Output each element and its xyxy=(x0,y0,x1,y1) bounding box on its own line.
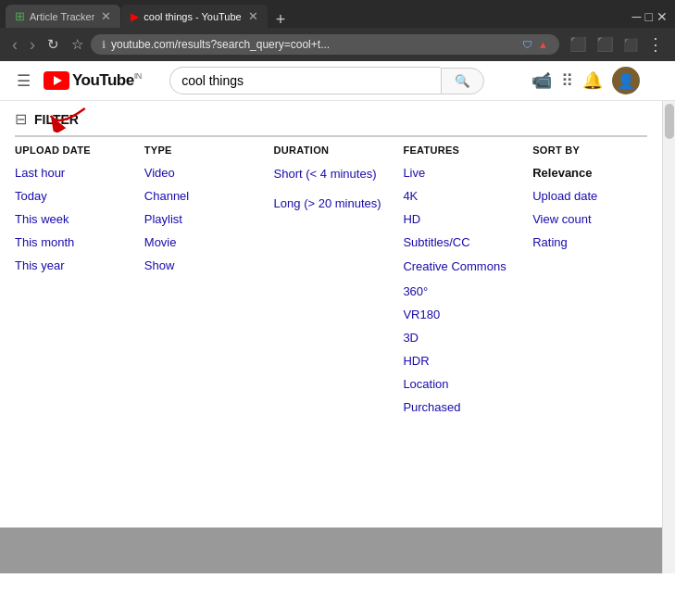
filter-item-relevance[interactable]: Relevance xyxy=(532,161,647,184)
youtube-logo[interactable]: YouTubeIN xyxy=(44,71,142,90)
scrollbar-thumb[interactable] xyxy=(665,104,674,139)
upload-date-header: UPLOAD DATE xyxy=(15,137,130,161)
pdf-button[interactable]: ⬛ xyxy=(619,36,642,54)
extension-icon: ▲ xyxy=(538,39,548,50)
bottom-strip xyxy=(0,527,662,573)
new-tab-button[interactable]: + xyxy=(269,11,294,28)
bookmark-button[interactable]: ☆ xyxy=(67,34,88,55)
filter-item-4k[interactable]: 4K xyxy=(403,184,518,207)
main-content: ⊟ FILTER UPLOAD DATE Last hour Today Thi… xyxy=(0,101,662,573)
filter-col-upload-date: UPLOAD DATE Last hour Today This week Th… xyxy=(15,135,137,419)
filter-item-live[interactable]: Live xyxy=(403,161,518,184)
filter-header: ⊟ FILTER xyxy=(0,101,662,135)
close-button[interactable]: ✕ xyxy=(656,9,668,24)
avatar[interactable]: 👤 xyxy=(612,67,640,94)
filter-item-view-count[interactable]: View count xyxy=(532,207,647,231)
filter-item-360[interactable]: 360° xyxy=(403,280,518,303)
filter-item-channel[interactable]: Channel xyxy=(144,184,259,207)
play-triangle xyxy=(54,76,62,85)
filter-item-video[interactable]: Video xyxy=(144,161,259,184)
search-button[interactable]: 🔍 xyxy=(441,68,484,94)
tab-bar: ⊞ Article Tracker ✕ ▶ cool things - YouT… xyxy=(0,0,675,28)
youtube-tab-label: cool things - YouTube xyxy=(144,11,241,22)
duration-header: DURATION xyxy=(274,137,389,161)
avatar-image: 👤 xyxy=(617,72,635,90)
features-header: FEATURES xyxy=(403,137,518,161)
address-text: youtube.com/results?search_query=cool+t.… xyxy=(111,38,517,51)
header-actions: 📹 ⠿ 🔔 👤 xyxy=(531,67,640,94)
filter-item-rating[interactable]: Rating xyxy=(532,231,647,254)
filter-col-duration: DURATION Short (< 4 minutes) Long (> 20 … xyxy=(267,135,396,419)
back-button[interactable]: ‹ xyxy=(7,33,22,57)
filter-item-this-month[interactable]: This month xyxy=(15,231,130,254)
lock-icon: ℹ xyxy=(102,39,106,51)
filter-item-movie[interactable]: Movie xyxy=(144,231,259,254)
tab-youtube[interactable]: ▶ cool things - YouTube ✕ xyxy=(121,5,267,28)
filter-col-sort-by: SORT BY Relevance Upload date View count… xyxy=(525,135,647,419)
maximize-button[interactable]: □ xyxy=(645,9,653,24)
nav-right-actions: ⬛ ⬛ ⬛ ⋮ xyxy=(566,32,668,57)
search-input[interactable] xyxy=(169,67,441,94)
filter-col-type: TYPE Video Channel Playlist Movie Show xyxy=(137,135,267,419)
filter-item-purchased[interactable]: Purchased xyxy=(403,396,518,419)
filter-item-vr180[interactable]: VR180 xyxy=(403,303,518,326)
sort-by-header: SORT BY xyxy=(532,137,647,161)
minimize-button[interactable]: ─ xyxy=(632,9,642,24)
type-header: TYPE xyxy=(144,137,259,161)
filter-item-location[interactable]: Location xyxy=(403,372,518,396)
filter-item-hd[interactable]: HD xyxy=(403,207,518,231)
apps-icon[interactable]: ⠿ xyxy=(561,70,573,91)
bell-icon[interactable]: 🔔 xyxy=(582,70,603,91)
filter-item-long[interactable]: Long (> 20 minutes) xyxy=(274,191,389,217)
youtube-logo-icon xyxy=(44,71,69,90)
filter-item-last-hour[interactable]: Last hour xyxy=(15,161,130,184)
filter-item-3d[interactable]: 3D xyxy=(403,326,518,349)
scrollbar[interactable] xyxy=(662,101,675,573)
filter-item-today[interactable]: Today xyxy=(15,184,130,207)
filter-sliders-icon: ⊟ xyxy=(15,110,27,128)
filter-columns: UPLOAD DATE Last hour Today This week Th… xyxy=(0,135,662,419)
shield-icon: 🛡 xyxy=(522,39,532,50)
youtube-page: ☰ YouTubeIN 🔍 📹 ⠿ 🔔 👤 xyxy=(0,61,675,573)
filter-item-hdr[interactable]: HDR xyxy=(403,349,518,372)
filter-item-creative-commons[interactable]: Creative Commons xyxy=(403,254,518,280)
browser-window: ⊞ Article Tracker ✕ ▶ cool things - YouT… xyxy=(0,0,675,61)
tab-close-1[interactable]: ✕ xyxy=(101,9,111,23)
search-bar: 🔍 xyxy=(169,67,484,94)
profile-button[interactable]: ⬛ xyxy=(566,34,591,55)
navigation-bar: ‹ › ↻ ☆ ℹ youtube.com/results?search_que… xyxy=(0,28,675,61)
content-area: ⊟ FILTER UPLOAD DATE Last hour Today Thi… xyxy=(0,101,675,573)
filter-item-playlist[interactable]: Playlist xyxy=(144,207,259,231)
filter-item-short[interactable]: Short (< 4 minutes) xyxy=(274,161,389,187)
tab-close-2[interactable]: ✕ xyxy=(248,9,258,23)
upload-icon[interactable]: 📹 xyxy=(531,70,552,91)
article-tracker-icon: ⊞ xyxy=(15,9,25,23)
forward-button[interactable]: › xyxy=(25,33,40,57)
hamburger-menu[interactable]: ☰ xyxy=(13,68,34,94)
filter-item-show[interactable]: Show xyxy=(144,254,259,277)
youtube-tab-icon: ▶ xyxy=(131,10,139,23)
filter-item-this-week[interactable]: This week xyxy=(15,207,130,231)
window-controls: ─ □ ✕ xyxy=(632,9,675,28)
article-tracker-label: Article Tracker xyxy=(30,11,94,22)
filter-item-upload-date[interactable]: Upload date xyxy=(532,184,647,207)
filter-item-this-year[interactable]: This year xyxy=(15,254,130,277)
filter-col-features: FEATURES Live 4K HD Subtitles/CC Creativ… xyxy=(395,135,525,419)
menu-button[interactable]: ⋮ xyxy=(644,32,668,57)
filter-item-subtitles[interactable]: Subtitles/CC xyxy=(403,231,518,254)
refresh-button[interactable]: ↻ xyxy=(43,34,64,55)
youtube-header: ☰ YouTubeIN 🔍 📹 ⠿ 🔔 👤 xyxy=(0,61,675,101)
youtube-country-code: IN xyxy=(134,71,142,81)
tab-article-tracker[interactable]: ⊞ Article Tracker ✕ xyxy=(6,5,120,28)
youtube-wordmark: YouTubeIN xyxy=(72,71,142,90)
extension-button[interactable]: ⬛ xyxy=(593,34,618,55)
address-bar[interactable]: ℹ youtube.com/results?search_query=cool+… xyxy=(91,34,559,55)
